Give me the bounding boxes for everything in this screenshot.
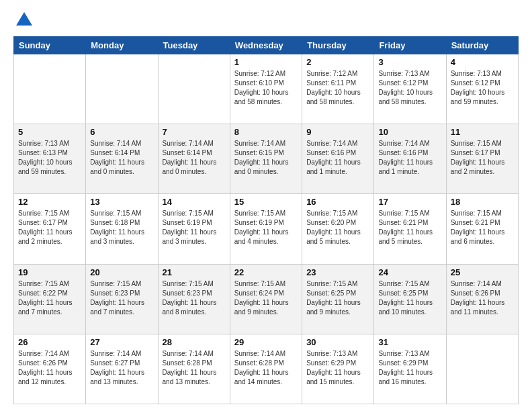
weekday-header-row: SundayMondayTuesdayWednesdayThursdayFrid… [14,37,519,54]
calendar-cell: 24Sunrise: 7:15 AM Sunset: 6:25 PM Dayli… [374,264,446,334]
calendar-cell: 15Sunrise: 7:15 AM Sunset: 6:19 PM Dayli… [230,194,302,264]
cell-info: Sunrise: 7:13 AM Sunset: 6:29 PM Dayligh… [306,349,369,387]
cell-day-number: 18 [451,197,514,207]
cell-info: Sunrise: 7:14 AM Sunset: 6:28 PM Dayligh… [234,349,298,387]
cell-day-number: 3 [378,57,441,67]
header [13,11,519,30]
cell-info: Sunrise: 7:12 AM Sunset: 6:10 PM Dayligh… [234,69,298,107]
cell-info: Sunrise: 7:15 AM Sunset: 6:24 PM Dayligh… [234,279,298,317]
cell-info: Sunrise: 7:13 AM Sunset: 6:13 PM Dayligh… [18,139,81,177]
calendar-cell: 31Sunrise: 7:13 AM Sunset: 6:29 PM Dayli… [374,334,446,404]
calendar-cell: 18Sunrise: 7:15 AM Sunset: 6:21 PM Dayli… [446,194,518,264]
cell-day-number: 9 [306,127,369,137]
weekday-header-friday: Friday [374,37,446,54]
cell-day-number: 6 [90,127,153,137]
calendar-cell: 14Sunrise: 7:15 AM Sunset: 6:19 PM Dayli… [158,194,230,264]
cell-day-number: 16 [306,197,369,207]
cell-info: Sunrise: 7:14 AM Sunset: 6:14 PM Dayligh… [90,139,153,177]
calendar-cell: 27Sunrise: 7:14 AM Sunset: 6:27 PM Dayli… [86,334,158,404]
calendar-cell: 17Sunrise: 7:15 AM Sunset: 6:21 PM Dayli… [374,194,446,264]
calendar-cell: 20Sunrise: 7:15 AM Sunset: 6:23 PM Dayli… [86,264,158,334]
calendar-cell [14,54,86,124]
cell-day-number: 8 [234,127,298,137]
cell-info: Sunrise: 7:13 AM Sunset: 6:29 PM Dayligh… [378,349,441,387]
calendar-cell: 28Sunrise: 7:14 AM Sunset: 6:28 PM Dayli… [158,334,230,404]
cell-info: Sunrise: 7:14 AM Sunset: 6:26 PM Dayligh… [18,349,81,387]
cell-info: Sunrise: 7:15 AM Sunset: 6:23 PM Dayligh… [90,279,153,317]
calendar-cell: 5Sunrise: 7:13 AM Sunset: 6:13 PM Daylig… [14,124,86,194]
cell-day-number: 13 [90,197,153,207]
calendar-cell: 1Sunrise: 7:12 AM Sunset: 6:10 PM Daylig… [230,54,302,124]
week-row-3: 12Sunrise: 7:15 AM Sunset: 6:17 PM Dayli… [14,194,519,264]
weekday-header-monday: Monday [86,37,158,54]
svg-marker-0 [16,12,32,26]
cell-info: Sunrise: 7:15 AM Sunset: 6:18 PM Dayligh… [90,209,153,246]
week-row-2: 5Sunrise: 7:13 AM Sunset: 6:13 PM Daylig… [14,124,519,194]
cell-info: Sunrise: 7:15 AM Sunset: 6:19 PM Dayligh… [234,209,298,246]
cell-day-number: 26 [18,337,81,347]
cell-info: Sunrise: 7:15 AM Sunset: 6:25 PM Dayligh… [306,279,369,317]
calendar-cell: 21Sunrise: 7:15 AM Sunset: 6:23 PM Dayli… [158,264,230,334]
page: SundayMondayTuesdayWednesdayThursdayFrid… [0,0,532,411]
calendar-table: SundayMondayTuesdayWednesdayThursdayFrid… [13,36,519,404]
cell-info: Sunrise: 7:15 AM Sunset: 6:23 PM Dayligh… [163,279,226,317]
cell-day-number: 7 [163,127,226,137]
weekday-header-wednesday: Wednesday [230,37,302,54]
cell-day-number: 1 [234,57,298,67]
logo-icon [15,11,34,30]
cell-day-number: 12 [18,197,81,207]
cell-day-number: 28 [163,337,226,347]
calendar-cell: 25Sunrise: 7:14 AM Sunset: 6:26 PM Dayli… [446,264,518,334]
calendar-cell: 10Sunrise: 7:14 AM Sunset: 6:16 PM Dayli… [374,124,446,194]
calendar-cell: 19Sunrise: 7:15 AM Sunset: 6:22 PM Dayli… [14,264,86,334]
weekday-header-thursday: Thursday [302,37,374,54]
calendar-cell: 9Sunrise: 7:14 AM Sunset: 6:16 PM Daylig… [302,124,374,194]
cell-day-number: 29 [234,337,298,347]
calendar-cell: 29Sunrise: 7:14 AM Sunset: 6:28 PM Dayli… [230,334,302,404]
cell-day-number: 11 [451,127,514,137]
cell-day-number: 14 [163,197,226,207]
cell-day-number: 30 [306,337,369,347]
calendar-cell: 8Sunrise: 7:14 AM Sunset: 6:15 PM Daylig… [230,124,302,194]
calendar-cell: 11Sunrise: 7:15 AM Sunset: 6:17 PM Dayli… [446,124,518,194]
calendar-cell [158,54,230,124]
calendar-cell: 26Sunrise: 7:14 AM Sunset: 6:26 PM Dayli… [14,334,86,404]
cell-info: Sunrise: 7:13 AM Sunset: 6:12 PM Dayligh… [378,69,441,107]
calendar-cell: 2Sunrise: 7:12 AM Sunset: 6:11 PM Daylig… [302,54,374,124]
week-row-4: 19Sunrise: 7:15 AM Sunset: 6:22 PM Dayli… [14,264,519,334]
cell-day-number: 24 [378,267,441,277]
calendar-cell: 16Sunrise: 7:15 AM Sunset: 6:20 PM Dayli… [302,194,374,264]
cell-info: Sunrise: 7:15 AM Sunset: 6:25 PM Dayligh… [378,279,441,317]
cell-info: Sunrise: 7:14 AM Sunset: 6:15 PM Dayligh… [234,139,298,177]
cell-day-number: 20 [90,267,153,277]
logo [13,11,34,30]
calendar-cell [446,334,518,404]
cell-info: Sunrise: 7:15 AM Sunset: 6:21 PM Dayligh… [378,209,441,246]
calendar-cell: 13Sunrise: 7:15 AM Sunset: 6:18 PM Dayli… [86,194,158,264]
cell-day-number: 4 [451,57,514,67]
cell-info: Sunrise: 7:15 AM Sunset: 6:17 PM Dayligh… [18,209,81,246]
cell-info: Sunrise: 7:14 AM Sunset: 6:14 PM Dayligh… [163,139,226,177]
cell-info: Sunrise: 7:14 AM Sunset: 6:27 PM Dayligh… [90,349,153,387]
calendar-cell [86,54,158,124]
cell-day-number: 17 [378,197,441,207]
cell-day-number: 2 [306,57,369,67]
cell-info: Sunrise: 7:15 AM Sunset: 6:19 PM Dayligh… [163,209,226,246]
calendar-cell: 6Sunrise: 7:14 AM Sunset: 6:14 PM Daylig… [86,124,158,194]
week-row-1: 1Sunrise: 7:12 AM Sunset: 6:10 PM Daylig… [14,54,519,124]
calendar-cell: 22Sunrise: 7:15 AM Sunset: 6:24 PM Dayli… [230,264,302,334]
weekday-header-tuesday: Tuesday [158,37,230,54]
calendar-cell: 12Sunrise: 7:15 AM Sunset: 6:17 PM Dayli… [14,194,86,264]
cell-day-number: 23 [306,267,369,277]
calendar-cell: 4Sunrise: 7:13 AM Sunset: 6:12 PM Daylig… [446,54,518,124]
cell-info: Sunrise: 7:14 AM Sunset: 6:16 PM Dayligh… [306,139,369,177]
cell-info: Sunrise: 7:14 AM Sunset: 6:16 PM Dayligh… [378,139,441,177]
cell-day-number: 31 [378,337,441,347]
cell-info: Sunrise: 7:14 AM Sunset: 6:26 PM Dayligh… [451,279,514,317]
cell-info: Sunrise: 7:13 AM Sunset: 6:12 PM Dayligh… [451,69,514,107]
calendar-cell: 7Sunrise: 7:14 AM Sunset: 6:14 PM Daylig… [158,124,230,194]
cell-day-number: 27 [90,337,153,347]
weekday-header-sunday: Sunday [14,37,86,54]
weekday-header-saturday: Saturday [446,37,518,54]
cell-info: Sunrise: 7:15 AM Sunset: 6:22 PM Dayligh… [18,279,81,317]
